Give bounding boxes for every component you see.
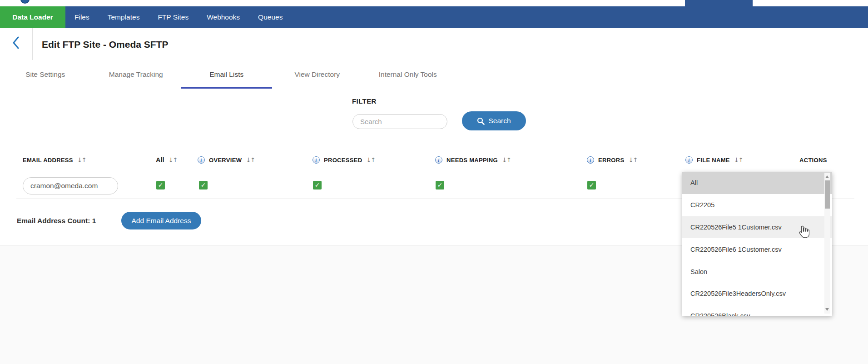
sort-icon[interactable]: ↓↑	[734, 156, 743, 164]
dropdown-item-cr220526file6[interactable]: CR220526File6 1Customer.csv	[682, 238, 832, 260]
dropdown-item-cr220526file5[interactable]: CR220526File5 1Customer.csv	[682, 216, 832, 239]
dropdown-item-salon[interactable]: Salon	[682, 260, 832, 283]
nav-item-files[interactable]: Files	[65, 6, 99, 28]
sort-icon[interactable]: ↓↑	[246, 156, 254, 164]
file-name-dropdown: All CR2205 CR220526File5 1Customer.csv C…	[682, 172, 832, 316]
info-icon[interactable]: i	[685, 156, 693, 164]
nav-items: Files Templates FTP Sites Webhooks Queue…	[65, 6, 292, 28]
col-needs-mapping-label: NEEDS MAPPING	[446, 157, 498, 164]
email-address-count: Email Address Count: 1	[17, 217, 96, 225]
info-icon[interactable]: i	[587, 156, 594, 164]
sort-icon[interactable]: ↓↑	[628, 156, 637, 164]
tab-bar: Site Settings Manage Tracking Email List…	[0, 60, 453, 89]
dropdown-item-all[interactable]: All	[682, 172, 832, 194]
col-file-name-label: FILE NAME	[697, 157, 730, 164]
col-all-label: All	[156, 156, 164, 164]
data-loader-app: Data Loader Files Templates FTP Sites We…	[0, 0, 868, 364]
col-email-address-label: EMAIL ADDRESS	[23, 157, 73, 164]
dropdown-item-cr220526blank[interactable]: CR220526Blank.csv	[682, 305, 832, 316]
tab-site-settings[interactable]: Site Settings	[0, 60, 91, 89]
tab-email-lists[interactable]: Email Lists	[181, 60, 272, 89]
col-processed-label: PROCESSED	[324, 157, 362, 164]
back-chevron-icon	[12, 36, 20, 51]
scroll-down-icon[interactable]	[825, 308, 829, 311]
top-strip	[0, 0, 868, 6]
checkbox-errors[interactable]: ✓	[587, 181, 596, 189]
back-button[interactable]	[8, 35, 24, 53]
page-header: Edit FTP Site - Omeda SFTP	[0, 28, 868, 60]
col-all: All ↓↑	[156, 151, 177, 169]
add-email-address-button[interactable]: Add Email Address	[121, 212, 201, 229]
col-email-address: EMAIL ADDRESS ↓↑	[23, 151, 86, 169]
top-navbar: Data Loader Files Templates FTP Sites We…	[0, 6, 868, 28]
col-overview: i OVERVIEW ↓↑	[198, 151, 255, 169]
omeda-logo-icon	[20, 0, 30, 4]
sort-icon[interactable]: ↓↑	[77, 156, 86, 164]
scrollbar-thumb[interactable]	[825, 180, 830, 209]
nav-item-queues[interactable]: Queues	[249, 6, 292, 28]
col-errors-label: ERRORS	[598, 157, 624, 164]
tab-manage-tracking[interactable]: Manage Tracking	[91, 60, 182, 89]
filter-label: FILTER	[352, 97, 377, 105]
nav-brand-data-loader[interactable]: Data Loader	[0, 6, 65, 28]
info-icon[interactable]: i	[312, 156, 320, 164]
table-header-row: EMAIL ADDRESS ↓↑ All ↓↑ i OVERVIEW ↓↑ i …	[0, 151, 868, 169]
nav-item-templates[interactable]: Templates	[99, 6, 149, 28]
dropdown-scrollbar[interactable]	[824, 173, 830, 314]
col-overview-label: OVERVIEW	[209, 157, 242, 164]
sort-icon[interactable]: ↓↑	[502, 156, 511, 164]
checkbox-needs-mapping[interactable]: ✓	[436, 181, 444, 189]
col-file-name: i FILE NAME ↓↑	[685, 151, 743, 169]
nav-item-ftp-sites[interactable]: FTP Sites	[149, 6, 198, 28]
sort-icon[interactable]: ↓↑	[366, 156, 375, 164]
email-address-field[interactable]	[23, 177, 118, 194]
col-actions-label: ACTIONS	[799, 157, 827, 164]
sort-icon[interactable]: ↓↑	[169, 156, 177, 164]
checkbox-all[interactable]: ✓	[156, 181, 165, 189]
tab-email-lists-label: Email Lists	[209, 70, 243, 78]
info-icon[interactable]: i	[435, 156, 442, 164]
search-input[interactable]	[352, 114, 447, 129]
dropdown-item-cr2205[interactable]: CR2205	[682, 194, 832, 216]
col-errors: i ERRORS ↓↑	[587, 151, 637, 169]
top-tab-decoration	[685, 0, 753, 6]
dropdown-item-cr220526file3[interactable]: CR220526File3HeadersOnly.csv	[682, 283, 832, 305]
col-needs-mapping: i NEEDS MAPPING ↓↑	[435, 151, 511, 169]
checkbox-processed[interactable]: ✓	[313, 181, 322, 189]
search-button-label: Search	[488, 117, 511, 125]
search-icon	[477, 117, 485, 125]
search-button[interactable]: Search	[462, 111, 526, 130]
tab-internal-only-tools[interactable]: Internal Only Tools	[362, 60, 453, 89]
col-processed: i PROCESSED ↓↑	[312, 151, 375, 169]
header-divider	[32, 28, 33, 60]
tab-view-directory[interactable]: View Directory	[272, 60, 363, 89]
page-title: Edit FTP Site - Omeda SFTP	[42, 39, 169, 50]
nav-item-webhooks[interactable]: Webhooks	[198, 6, 249, 28]
checkbox-overview[interactable]: ✓	[199, 181, 208, 189]
active-tab-underline	[181, 87, 272, 89]
scroll-up-icon[interactable]	[825, 175, 829, 178]
info-icon[interactable]: i	[198, 156, 205, 164]
col-actions: ACTIONS	[799, 151, 827, 169]
